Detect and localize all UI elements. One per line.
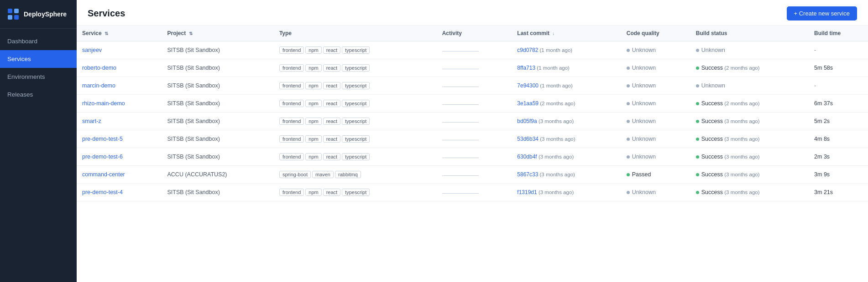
type-tag: typescript xyxy=(342,118,370,125)
sidebar-item-dashboard[interactable]: Dashboard xyxy=(0,32,77,50)
commit-cell: f1319d1 (3 months ago) xyxy=(512,184,621,201)
type-tag: typescript xyxy=(342,46,370,54)
activity-cell xyxy=(437,166,512,184)
table-row: pre-demo-test-4SITSB (Sit Sandbox)fronte… xyxy=(77,184,868,201)
service-link[interactable]: smart-z xyxy=(82,118,101,124)
type-tag: frontend xyxy=(279,189,304,196)
project-cell: SITSB (Sit Sandbox) xyxy=(162,95,273,113)
commit-hash-link[interactable]: c9d0782 xyxy=(517,47,538,53)
main-content: Services + Create new service Service ⇅ … xyxy=(77,0,868,282)
commit-hash-link[interactable]: 3e1aa59 xyxy=(517,100,539,107)
build-status-cell: Success (2 months ago) xyxy=(690,59,809,77)
commit-time: (3 months ago) xyxy=(537,190,574,195)
type-cell: frontendnpmreacttypescript xyxy=(274,41,437,59)
sidebar-item-environments[interactable]: Environments xyxy=(0,68,77,86)
activity-bar xyxy=(442,64,479,72)
type-cell: frontendnpmreacttypescript xyxy=(274,130,437,148)
service-link[interactable]: roberto-demo xyxy=(82,65,116,71)
col-service[interactable]: Service ⇅ xyxy=(77,26,162,41)
build-status-cell: Success (3 months ago) xyxy=(690,148,809,166)
build-status-text: Success xyxy=(701,154,723,160)
service-link[interactable]: command-center xyxy=(82,171,125,178)
code-quality-dot xyxy=(627,120,630,123)
commit-hash-link[interactable]: f1319d1 xyxy=(517,189,537,195)
type-tag: react xyxy=(323,153,340,160)
table-row: command-centerACCU (ACCURATUS2)spring-bo… xyxy=(77,166,868,184)
col-activity: Activity xyxy=(437,26,512,41)
code-quality-cell: Unknown xyxy=(621,148,690,166)
sidebar-item-releases[interactable]: Releases xyxy=(0,86,77,103)
activity-bar xyxy=(442,170,479,179)
commit-hash-link[interactable]: 630db4f xyxy=(517,154,537,160)
commit-cell: bd05f9a (3 months ago) xyxy=(512,113,621,130)
create-new-service-button[interactable]: + Create new service xyxy=(787,6,857,21)
sidebar-logo: DeploySphere xyxy=(0,0,77,29)
build-status-time: (3 months ago) xyxy=(723,136,760,142)
build-status-cell: Success (3 months ago) xyxy=(690,130,809,148)
type-cell: frontendnpmreacttypescript xyxy=(274,95,437,113)
service-link[interactable]: pre-demo-test-4 xyxy=(82,189,123,195)
build-status-cell: Success (2 months ago) xyxy=(690,95,809,113)
activity-bar xyxy=(442,117,479,125)
code-quality-dot xyxy=(627,155,630,159)
type-cell: frontendnpmreacttypescript xyxy=(274,59,437,77)
type-tag: npm xyxy=(305,153,321,160)
page-title: Services xyxy=(88,8,125,19)
build-time-cell: - xyxy=(809,77,868,95)
code-quality-cell: Unknown xyxy=(621,130,690,148)
service-link[interactable]: marcin-demo xyxy=(82,82,115,89)
code-quality-text: Unknown xyxy=(632,65,656,71)
project-cell: SITSB (Sit Sandbox) xyxy=(162,77,273,95)
build-time-cell: 3m 21s xyxy=(809,184,868,201)
commit-time: (1 month ago) xyxy=(538,47,572,53)
commit-time: (3 months ago) xyxy=(537,118,574,124)
type-tag: npm xyxy=(305,135,321,143)
sidebar-item-services[interactable]: Services xyxy=(0,50,77,68)
activity-cell xyxy=(437,130,512,148)
commit-time: (3 months ago) xyxy=(537,154,574,159)
service-link[interactable]: rhizo-main-demo xyxy=(82,100,125,107)
activity-bar xyxy=(442,153,479,161)
type-tag: frontend xyxy=(279,100,304,107)
sort-icon-last-commit: ↓ xyxy=(552,31,554,36)
type-tag: react xyxy=(323,82,340,89)
code-quality-text: Unknown xyxy=(632,118,656,124)
build-status-cell: Unknown xyxy=(690,41,809,59)
type-tag: npm xyxy=(305,82,321,89)
code-quality-text: Unknown xyxy=(632,189,656,195)
build-status-time: (3 months ago) xyxy=(723,154,760,159)
project-cell: SITSB (Sit Sandbox) xyxy=(162,41,273,59)
table-row: pre-demo-test-5SITSB (Sit Sandbox)fronte… xyxy=(77,130,868,148)
build-status-dot xyxy=(696,173,699,176)
service-link[interactable]: pre-demo-test-6 xyxy=(82,154,123,160)
type-tag: typescript xyxy=(342,100,370,107)
commit-hash-link[interactable]: bd05f9a xyxy=(517,118,537,124)
col-project[interactable]: Project ⇅ xyxy=(162,26,273,41)
activity-bar xyxy=(442,99,479,108)
project-cell: SITSB (Sit Sandbox) xyxy=(162,148,273,166)
svg-rect-3 xyxy=(14,15,19,20)
services-table: Service ⇅ Project ⇅ Type Activity Last c… xyxy=(77,26,868,201)
type-tag: frontend xyxy=(279,82,304,89)
code-quality-cell: Unknown xyxy=(621,41,690,59)
logo-icon xyxy=(6,7,20,21)
service-link[interactable]: pre-demo-test-5 xyxy=(82,136,123,142)
type-tag: npm xyxy=(305,64,321,72)
commit-hash-link[interactable]: 8ffa713 xyxy=(517,65,535,71)
build-status-text: Success xyxy=(701,189,723,195)
code-quality-text: Passed xyxy=(632,171,651,178)
code-quality-dot xyxy=(627,67,630,70)
commit-hash-link[interactable]: 7e94300 xyxy=(517,82,539,89)
activity-bar xyxy=(442,82,479,90)
col-last-commit[interactable]: Last commit ↓ xyxy=(512,26,621,41)
code-quality-cell: Passed xyxy=(621,166,690,184)
build-status-dot xyxy=(696,120,699,123)
service-link[interactable]: sanjeev xyxy=(82,47,102,53)
build-status-time: (3 months ago) xyxy=(723,190,760,195)
commit-hash-link[interactable]: 53d6b34 xyxy=(517,136,539,142)
svg-rect-0 xyxy=(8,9,12,13)
commit-hash-link[interactable]: 5867c33 xyxy=(517,171,538,178)
commit-cell: 8ffa713 (1 month ago) xyxy=(512,59,621,77)
code-quality-cell: Unknown xyxy=(621,95,690,113)
type-tag: npm xyxy=(305,46,321,54)
